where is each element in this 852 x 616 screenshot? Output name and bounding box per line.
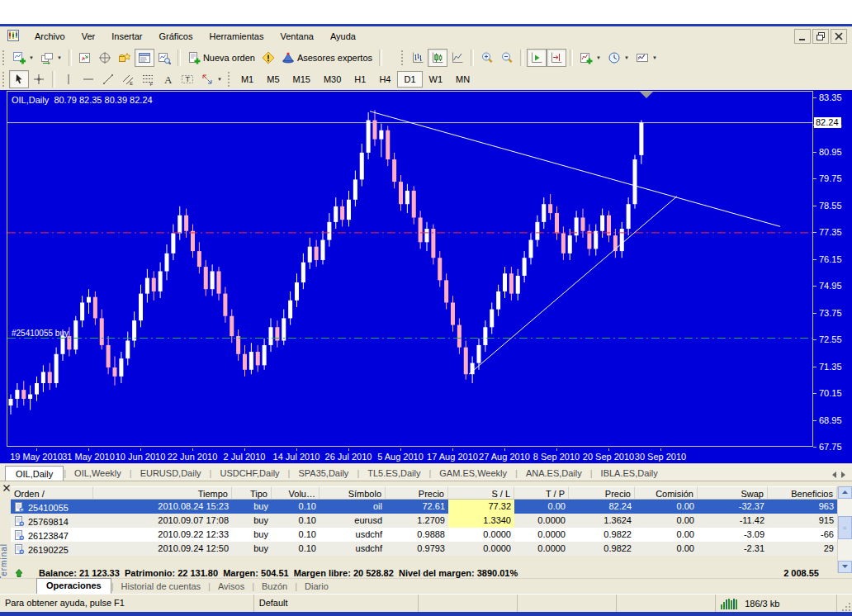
order-volume[interactable]: 0.10 xyxy=(272,514,320,528)
order-time[interactable]: 2010.09.22 12:33 xyxy=(93,528,232,542)
metaquotes-button[interactable] xyxy=(258,49,278,67)
column-header-comision[interactable]: Comisión xyxy=(635,486,698,500)
order-sl[interactable]: 0.0000 xyxy=(448,542,514,556)
terminal-tab-historial-de-cuentas[interactable]: Historial de cuentas xyxy=(114,580,209,594)
order-tp[interactable]: 0.0000 xyxy=(514,528,569,542)
crosshair-button[interactable] xyxy=(29,70,49,88)
text-button[interactable]: A xyxy=(158,70,178,88)
scroll-up-icon[interactable] xyxy=(838,486,852,499)
equidistant-channel-button[interactable]: E xyxy=(118,70,138,88)
order-swap[interactable]: -2.31 xyxy=(698,542,768,556)
order-volume[interactable]: 0.10 xyxy=(272,500,320,514)
order-symbol[interactable]: usdchf xyxy=(320,528,386,542)
column-header-orden[interactable]: Orden / xyxy=(11,486,93,500)
chevron-down-icon[interactable]: ▼ xyxy=(29,55,34,60)
column-header-tiempo[interactable]: Tiempo xyxy=(93,486,232,500)
terminal-tab-diario[interactable]: Diario xyxy=(297,580,336,594)
order-type[interactable]: buy xyxy=(232,528,272,542)
chevron-down-icon[interactable]: ▼ xyxy=(652,55,657,60)
timeframe-mn[interactable]: MN xyxy=(449,71,476,88)
column-header-precio[interactable]: Precio xyxy=(569,486,635,500)
scroll-down-icon[interactable] xyxy=(838,561,852,573)
toolbar-grip[interactable] xyxy=(2,50,6,66)
resize-grip-icon[interactable] xyxy=(842,603,850,611)
column-header-simbolo[interactable]: Símbolo xyxy=(320,486,386,500)
chart-shift-button[interactable] xyxy=(547,49,566,67)
order-symbol[interactable]: oil xyxy=(320,500,386,514)
order-commission[interactable]: 0.00 xyxy=(635,528,698,542)
order-commission[interactable]: 0.00 xyxy=(635,542,698,556)
order-profit[interactable]: 915 xyxy=(768,514,837,528)
chart-tab-ana-es-daily[interactable]: ANA.ES,Daily xyxy=(518,466,590,481)
bar-chart-button[interactable] xyxy=(408,49,428,67)
timeframe-d1[interactable]: D1 xyxy=(397,71,422,88)
order-tp[interactable]: 0.0000 xyxy=(514,514,569,528)
timeframe-m30[interactable]: M30 xyxy=(317,71,348,88)
order-row-25410055[interactable]: 254100552010.08.24 15:23buy0.10oil72.617… xyxy=(11,500,837,514)
menu-herramientas[interactable]: Herramientas xyxy=(201,28,272,45)
order-row-26190225[interactable]: 261902252010.09.24 12:50buy0.10usdchf0.9… xyxy=(11,542,837,556)
toolbar-grip[interactable] xyxy=(400,50,405,66)
order-tp[interactable]: 0.0000 xyxy=(514,542,569,556)
order-price[interactable]: 72.61 xyxy=(386,500,448,514)
cursor-button[interactable] xyxy=(9,70,29,88)
time-axis[interactable]: 19 May 201031 May 201010 Jun 201022 Jun … xyxy=(0,449,852,463)
order-volume[interactable]: 0.10 xyxy=(272,542,320,556)
chart-tab-eurusd-daily[interactable]: EURUSD,Daily xyxy=(132,466,210,481)
order-sl[interactable]: 77.32 xyxy=(448,500,514,514)
line-chart-button[interactable] xyxy=(447,49,467,67)
chart-tab-ibla-es-daily[interactable]: IBLA.ES,Daily xyxy=(593,466,666,481)
terminal-tab-buzo-n[interactable]: Buzón xyxy=(254,580,295,594)
order-symbol[interactable]: usdchf xyxy=(320,542,386,556)
order-swap[interactable]: -32.37 xyxy=(698,500,768,514)
orders-scrollbar[interactable]: ≡ xyxy=(837,486,852,573)
terminal-tab-avisos[interactable]: Avisos xyxy=(211,580,252,594)
order-time[interactable]: 2010.09.07 17:08 xyxy=(93,514,232,528)
timeframe-m5[interactable]: M5 xyxy=(260,71,286,88)
chevron-down-icon[interactable]: ▼ xyxy=(596,55,601,60)
chart-tab-oil-daily[interactable]: OIL,Daily xyxy=(5,466,64,481)
candlestick-chart-button[interactable] xyxy=(428,49,447,67)
order-time[interactable]: 2010.09.24 12:50 xyxy=(93,542,232,556)
chart-window-icon[interactable] xyxy=(7,29,21,44)
new-order-button[interactable]: Nueva orden xyxy=(184,49,258,67)
column-header-sl[interactable]: S / L xyxy=(448,486,514,500)
order-volume[interactable]: 0.10 xyxy=(272,528,320,542)
market-watch-button[interactable] xyxy=(75,49,95,67)
order-swap[interactable]: -11.42 xyxy=(698,514,768,528)
timeframe-h4[interactable]: H4 xyxy=(372,71,397,88)
periods-button[interactable]: ▼ xyxy=(604,49,632,67)
chart-tab-spa35-daily[interactable]: SPA35,Daily xyxy=(290,466,357,481)
order-sl[interactable]: 0.0000 xyxy=(448,528,514,542)
column-header-swap[interactable]: Swap xyxy=(698,486,768,500)
chevron-down-icon[interactable]: ▼ xyxy=(624,55,629,60)
column-header-beneficios[interactable]: Beneficios xyxy=(768,486,837,500)
menu-ventana[interactable]: Ventana xyxy=(272,28,322,45)
menu-archivo[interactable]: Archivo xyxy=(26,28,73,45)
order-price[interactable]: 1.2709 xyxy=(386,514,448,528)
order-type[interactable]: buy xyxy=(232,514,272,528)
timeframe-h1[interactable]: H1 xyxy=(348,71,372,88)
order-symbol[interactable]: eurusd xyxy=(320,514,386,528)
order-swap[interactable]: -3.09 xyxy=(698,528,768,542)
favorites-button[interactable] xyxy=(115,49,135,67)
order-price2[interactable]: 1.3624 xyxy=(569,514,635,528)
zoom-in-button[interactable] xyxy=(477,49,497,67)
chart-window[interactable]: #25410055 buy OIL,Daily 80.79 82.35 80.3… xyxy=(0,90,852,463)
order-type[interactable]: buy xyxy=(232,542,272,556)
order-price2[interactable]: 0.9822 xyxy=(569,542,635,556)
order-price[interactable]: 0.9888 xyxy=(386,528,448,542)
terminal-button[interactable] xyxy=(135,49,154,67)
zoom-out-button[interactable] xyxy=(497,49,517,67)
chart-tab-tl5-es-daily[interactable]: TL5.ES,Daily xyxy=(359,466,428,481)
new-chart-button[interactable]: ▼ xyxy=(9,49,37,67)
timeframe-m15[interactable]: M15 xyxy=(286,71,317,88)
horizontal-line-button[interactable] xyxy=(78,70,98,88)
indicators-button[interactable]: ▼ xyxy=(576,49,604,67)
column-header-volu[interactable]: Volu… xyxy=(272,486,320,500)
menu-insertar[interactable]: Insertar xyxy=(103,28,150,45)
column-header-tipo[interactable]: Tipo xyxy=(232,486,272,500)
order-tp[interactable]: 0.00 xyxy=(514,500,569,514)
order-price2[interactable]: 0.9822 xyxy=(569,528,635,542)
chart-tab-gam-es-weekly[interactable]: GAM.ES,Weekly xyxy=(431,466,515,481)
